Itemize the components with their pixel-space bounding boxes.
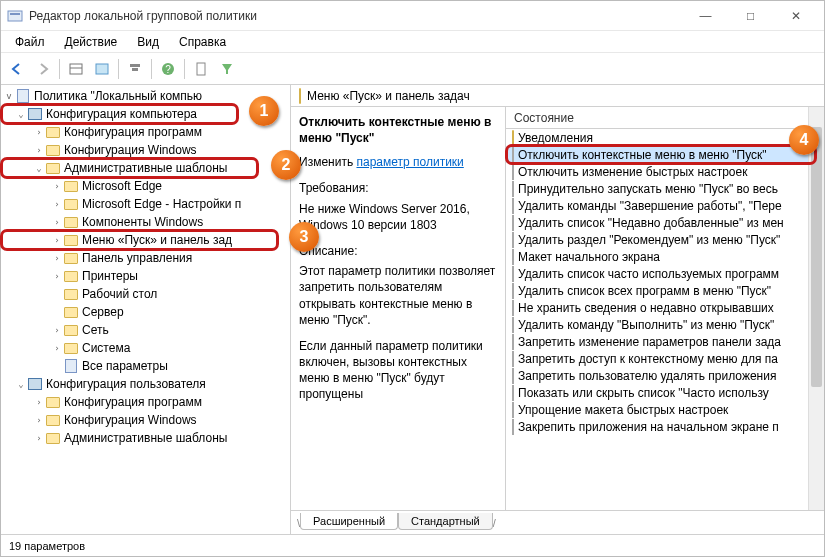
list-item[interactable]: Удалить список часто используемых програ… <box>506 265 824 282</box>
tree-label: Принтеры <box>82 269 138 283</box>
list-item[interactable]: Закрепить приложения на начальном экране… <box>506 418 824 435</box>
maximize-button[interactable]: □ <box>728 2 773 30</box>
list-item[interactable]: Принудительно запускать меню "Пуск" во в… <box>506 180 824 197</box>
tree-item[interactable]: ›Сеть <box>1 321 290 339</box>
back-button[interactable] <box>5 57 29 81</box>
collapse-icon[interactable]: ⌄ <box>33 164 45 173</box>
expand-icon[interactable]: › <box>33 398 45 407</box>
setting-icon <box>512 318 514 332</box>
folder-icon <box>63 178 79 194</box>
expand-icon[interactable]: v <box>3 92 15 101</box>
tree-item[interactable]: Сервер <box>1 303 290 321</box>
setting-icon <box>512 284 514 298</box>
settings-list[interactable]: УведомленияОтключить контекстные меню в … <box>506 129 824 510</box>
folder-icon <box>63 214 79 230</box>
tree-item[interactable]: ›Принтеры <box>1 267 290 285</box>
expand-icon[interactable]: › <box>33 434 45 443</box>
expand-icon[interactable]: › <box>51 218 63 227</box>
expand-icon[interactable]: › <box>51 182 63 191</box>
menu-action[interactable]: Действие <box>57 33 126 51</box>
list-label: Удалить список всех программ в меню "Пус… <box>518 284 771 298</box>
tree-item[interactable]: ⌄Административные шаблоны <box>1 159 290 177</box>
forward-button[interactable] <box>31 57 55 81</box>
tree-item[interactable]: ›Конфигурация Windows <box>1 141 290 159</box>
list-item[interactable]: Удалить список всех программ в меню "Пус… <box>506 282 824 299</box>
menu-view[interactable]: Вид <box>129 33 167 51</box>
tree-item[interactable]: ›Конфигурация Windows <box>1 411 290 429</box>
comp-icon <box>27 376 43 392</box>
list-item[interactable]: Запретить пользователю удалять приложени… <box>506 367 824 384</box>
svg-rect-1 <box>10 13 20 15</box>
svg-rect-6 <box>132 68 138 71</box>
list-item[interactable]: Удалить список "Недавно добавленные" из … <box>506 214 824 231</box>
expand-icon[interactable]: › <box>33 416 45 425</box>
tree-item[interactable]: ›Microsoft Edge <box>1 177 290 195</box>
tool-filter-icon[interactable] <box>123 57 147 81</box>
tree-item[interactable]: ›Компоненты Windows <box>1 213 290 231</box>
svg-rect-2 <box>70 64 82 74</box>
tool-doc-icon[interactable] <box>189 57 213 81</box>
setting-title: Отключить контекстные меню в меню "Пуск" <box>299 115 497 146</box>
expand-icon[interactable]: › <box>51 236 63 245</box>
tool-list-icon[interactable] <box>90 57 114 81</box>
tree-item[interactable]: Рабочий стол <box>1 285 290 303</box>
folder-icon <box>512 131 514 145</box>
expand-icon[interactable]: › <box>51 254 63 263</box>
tree-item[interactable]: ›Панель управления <box>1 249 290 267</box>
column-header-state[interactable]: Состояние <box>506 107 824 129</box>
list-item[interactable]: Запретить изменение параметров панели за… <box>506 333 824 350</box>
nav-tree[interactable]: v Политика "Локальный компью ⌄Конфигурац… <box>1 85 291 534</box>
expand-icon[interactable]: › <box>51 200 63 209</box>
expand-icon[interactable]: › <box>33 128 45 137</box>
folder-icon <box>63 232 79 248</box>
tab-standard[interactable]: Стандартный <box>398 513 493 530</box>
edit-policy-link[interactable]: параметр политики <box>356 155 463 169</box>
tree-item[interactable]: ›Конфигурация программ <box>1 393 290 411</box>
minimize-button[interactable]: — <box>683 2 728 30</box>
list-label: Макет начального экрана <box>518 250 660 264</box>
toolbar: ? <box>1 53 824 85</box>
tree-label: Microsoft Edge <box>82 179 162 193</box>
tree-item[interactable]: ›Microsoft Edge - Настройки п <box>1 195 290 213</box>
tool-funnel-icon[interactable] <box>215 57 239 81</box>
tree-item[interactable]: ›Меню «Пуск» и панель зад <box>1 231 290 249</box>
list-item[interactable]: Не хранить сведения о недавно открывавши… <box>506 299 824 316</box>
list-label: Удалить команду "Выполнить" из меню "Пус… <box>518 318 774 332</box>
tree-item[interactable]: ›Административные шаблоны <box>1 429 290 447</box>
setting-icon <box>512 148 514 162</box>
list-item[interactable]: Запретить доступ к контекстному меню для… <box>506 350 824 367</box>
list-item[interactable]: Показать или скрыть список "Часто исполь… <box>506 384 824 401</box>
menu-help[interactable]: Справка <box>171 33 234 51</box>
expand-icon[interactable]: › <box>33 146 45 155</box>
list-item[interactable]: Макет начального экрана <box>506 248 824 265</box>
collapse-icon[interactable]: ⌄ <box>15 380 27 389</box>
expand-icon[interactable]: › <box>51 344 63 353</box>
list-item[interactable]: Отключить изменение быстрых настроек <box>506 163 824 180</box>
tool-box-icon[interactable] <box>64 57 88 81</box>
tree-root[interactable]: v Политика "Локальный компью <box>1 87 290 105</box>
tree-item[interactable]: Все параметры <box>1 357 290 375</box>
tab-extended[interactable]: Расширенный <box>300 513 398 530</box>
tree-item[interactable]: ⌄Конфигурация компьютера <box>1 105 290 123</box>
tree-item[interactable]: ›Конфигурация программ <box>1 123 290 141</box>
expand-icon[interactable]: › <box>51 272 63 281</box>
list-item[interactable]: Упрощение макета быстрых настроек <box>506 401 824 418</box>
list-item[interactable]: Удалить команду "Выполнить" из меню "Пус… <box>506 316 824 333</box>
list-item[interactable]: Отключить контекстные меню в меню "Пуск" <box>506 146 824 163</box>
collapse-icon[interactable]: ⌄ <box>15 110 27 119</box>
list-item[interactable]: Удалить раздел "Рекомендуем" из меню "Пу… <box>506 231 824 248</box>
tree-item[interactable]: ⌄Конфигурация пользователя <box>1 375 290 393</box>
expand-icon[interactable]: › <box>51 326 63 335</box>
tree-item[interactable]: ›Система <box>1 339 290 357</box>
close-button[interactable]: ✕ <box>773 2 818 30</box>
tool-help-icon[interactable]: ? <box>156 57 180 81</box>
menu-file[interactable]: Файл <box>7 33 53 51</box>
tree-label: Рабочий стол <box>82 287 157 301</box>
callout-2: 2 <box>271 150 301 180</box>
list-label: Удалить список "Недавно добавленные" из … <box>518 216 784 230</box>
list-item[interactable]: Удалить команды "Завершение работы", "Пе… <box>506 197 824 214</box>
setting-icon <box>512 216 514 230</box>
list-label: Запретить доступ к контекстному меню для… <box>518 352 778 366</box>
scrollbar[interactable] <box>808 107 824 510</box>
list-item[interactable]: Уведомления <box>506 129 824 146</box>
